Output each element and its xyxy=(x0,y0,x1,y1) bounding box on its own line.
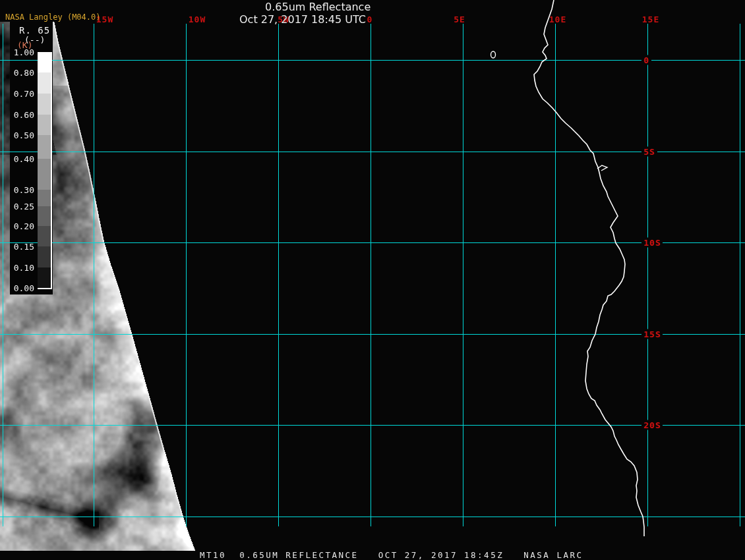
coastline-svg xyxy=(0,0,745,560)
africa-coastline xyxy=(534,0,644,536)
bottom-caption: MT10 0.65UM REFLECTANCE OCT 27, 2017 18:… xyxy=(200,550,583,560)
product-title: 0.65um Reflectance xyxy=(265,1,371,13)
map-area: 15W10W5W05E10E15E05S10S15S20S R. 65 (--)… xyxy=(0,0,745,560)
sao-tome-island xyxy=(491,51,496,58)
product-datetime: Oct 27, 2017 18:45 UTC xyxy=(239,13,366,26)
nasa-langley-brand: NASA Langley (M04.0) xyxy=(5,13,101,22)
